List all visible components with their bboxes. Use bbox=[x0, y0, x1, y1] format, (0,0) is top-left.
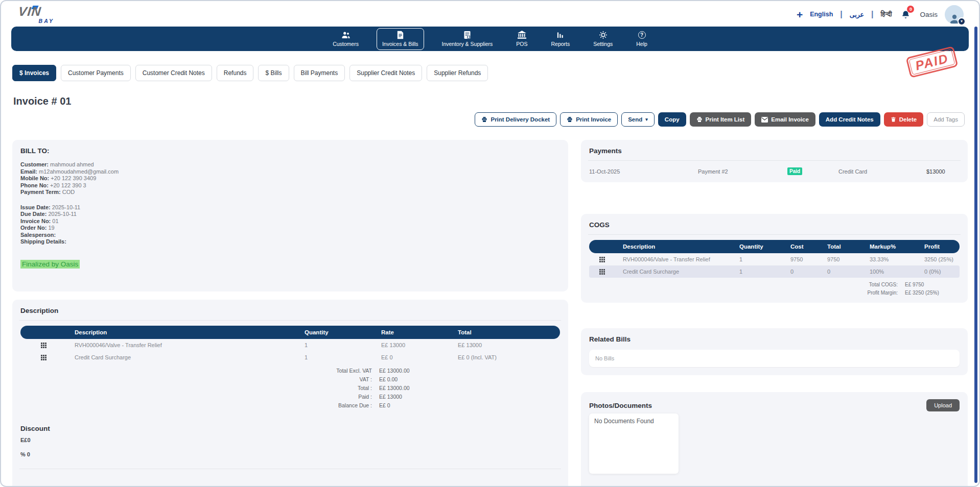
brand-name: VIN bbox=[18, 5, 55, 18]
left-column: BILL TO: Customer: mahmoud ahmed Email: … bbox=[12, 140, 568, 487]
drag-handle-icon[interactable] bbox=[41, 355, 42, 356]
cogs-title: COGS bbox=[589, 221, 960, 229]
cell-description: RVH000046/Valve - Transfer Relief bbox=[66, 339, 296, 351]
drag-handle-icon[interactable] bbox=[41, 343, 42, 344]
divider bbox=[588, 160, 961, 161]
nav-invoices-bills[interactable]: Invoices & Bills bbox=[377, 28, 424, 50]
email-invoice-button[interactable]: Email Invoice bbox=[755, 112, 815, 127]
cogs-table-header: Description Quantity Cost Total Markup% … bbox=[589, 240, 960, 253]
cell-cost: 0 bbox=[782, 265, 819, 278]
trash-icon bbox=[891, 116, 896, 123]
tab-bills[interactable]: $ Bills bbox=[258, 65, 289, 81]
brand-logo[interactable]: VIN BAY bbox=[18, 5, 54, 24]
description-table-header: Description Quantity Rate Total bbox=[20, 326, 560, 339]
nav-settings[interactable]: Settings bbox=[588, 28, 618, 50]
button-label: Send bbox=[628, 116, 642, 123]
discount-percent: % 0 bbox=[20, 451, 560, 457]
cell-description: Credit Card Surcharge bbox=[615, 265, 731, 278]
total-value: E£ 13000 bbox=[372, 394, 484, 400]
table-header-spacer bbox=[20, 326, 66, 339]
button-label: Print Item List bbox=[706, 116, 745, 123]
user-avatar[interactable]: ▾ bbox=[945, 5, 964, 24]
payment-method: Credit Card bbox=[838, 168, 926, 175]
language-english[interactable]: English bbox=[810, 11, 833, 18]
payments-card: Payments 11-Oct-2025 Payment #2 Paid Cre… bbox=[581, 140, 968, 182]
delete-button[interactable]: Delete bbox=[884, 112, 924, 127]
col-quantity: Quantity bbox=[296, 326, 373, 339]
button-label: Delete bbox=[899, 116, 917, 123]
nav-label: Customers bbox=[333, 41, 359, 47]
print-item-list-button[interactable]: Print Item List bbox=[690, 112, 752, 127]
total-label: VAT : bbox=[20, 376, 372, 382]
payment-name: Payment #2 bbox=[698, 168, 787, 175]
col-cost: Cost bbox=[782, 240, 819, 253]
printer-icon bbox=[481, 116, 487, 123]
notifications-bell[interactable]: 0 bbox=[901, 9, 911, 19]
upload-button[interactable]: Upload bbox=[926, 399, 960, 411]
description-title: Description bbox=[20, 307, 560, 314]
tab-supplier-refunds[interactable]: Supplier Refunds bbox=[427, 65, 488, 81]
copy-button[interactable]: Copy bbox=[658, 112, 686, 127]
nav-pos[interactable]: POS bbox=[510, 28, 533, 50]
total-value: E£ 0 bbox=[372, 402, 484, 408]
gear-icon bbox=[599, 31, 608, 39]
cell-markup: 33.33% bbox=[861, 253, 916, 265]
related-bills-card: Related Bills No Bills bbox=[581, 328, 968, 375]
discount-amount: E£0 bbox=[20, 437, 560, 443]
total-label: Balance Due : bbox=[20, 402, 372, 408]
tab-customer-credit-notes[interactable]: Customer Credit Notes bbox=[135, 65, 212, 81]
related-bills-empty: No Bills bbox=[589, 350, 960, 367]
nav-help[interactable]: ? Help bbox=[631, 28, 653, 50]
language-arabic[interactable]: عربى bbox=[850, 11, 864, 18]
photos-documents-card: Photos/Documents Upload No Documents Fou… bbox=[581, 392, 968, 487]
print-delivery-docket-button[interactable]: Print Delivery Docket bbox=[475, 112, 556, 127]
username: Oasis bbox=[920, 11, 938, 18]
documents-empty-box: No Documents Found bbox=[589, 413, 679, 474]
total-label: Profit Margin: bbox=[589, 290, 898, 296]
contact-line: Phone No: +20 122 390 3 bbox=[20, 182, 560, 189]
language-hindi[interactable]: हिन्दी bbox=[881, 11, 892, 18]
col-profit: Profit bbox=[916, 240, 960, 253]
inventory-icon bbox=[463, 31, 471, 39]
table-row: Credit Card Surcharge 1 0 0 100% 0 (0%) bbox=[589, 265, 960, 278]
add-credit-notes-button[interactable]: Add Credit Notes bbox=[819, 112, 880, 127]
cell-total: E£ 0 (Incl. VAT) bbox=[450, 351, 560, 363]
invoice-totals: Total Excl. VATE£ 13000.00 VAT :E£ 0.00 … bbox=[20, 368, 560, 408]
cell-rate: E£ 13000 bbox=[373, 339, 450, 351]
contact-line: Customer: mahmoud ahmed bbox=[20, 161, 560, 168]
cell-quantity: 1 bbox=[296, 339, 373, 351]
tab-invoices[interactable]: $ Invoices bbox=[12, 65, 56, 81]
tab-bill-payments[interactable]: Bill Payments bbox=[294, 65, 345, 81]
cell-quantity: 1 bbox=[296, 351, 373, 363]
divider bbox=[588, 234, 961, 235]
meta-line: Due Date: 2025-10-11 bbox=[20, 211, 560, 218]
separator: | bbox=[840, 10, 842, 19]
table-row: RVH000046/Valve - Transfer Relief 1 9750… bbox=[589, 253, 960, 265]
contact-line: Mobile No: +20 122 390 3409 bbox=[20, 175, 560, 182]
tab-supplier-credit-notes[interactable]: Supplier Credit Notes bbox=[349, 65, 422, 81]
table-row: Credit Card Surcharge 1 E£ 0 E£ 0 (Incl.… bbox=[20, 351, 560, 363]
drag-handle-icon[interactable] bbox=[599, 269, 601, 271]
drag-handle-icon[interactable] bbox=[599, 257, 601, 258]
payments-title: Payments bbox=[589, 147, 960, 155]
nav-reports[interactable]: Reports bbox=[546, 28, 576, 50]
add-tags-button[interactable]: Add Tags bbox=[927, 112, 965, 127]
main-content: BILL TO: Customer: mahmoud ahmed Email: … bbox=[12, 140, 968, 487]
help-icon: ? bbox=[638, 31, 646, 39]
tab-customer-payments[interactable]: Customer Payments bbox=[61, 65, 131, 81]
cell-quantity: 1 bbox=[731, 265, 782, 278]
plus-icon[interactable]: + bbox=[797, 9, 803, 20]
divider bbox=[19, 469, 561, 469]
col-markup: Markup% bbox=[861, 240, 916, 253]
tab-refunds[interactable]: Refunds bbox=[217, 65, 254, 81]
payment-row[interactable]: 11-Oct-2025 Payment #2 Paid Credit Card … bbox=[589, 167, 960, 175]
scrollbar[interactable] bbox=[974, 27, 977, 483]
separator: | bbox=[871, 10, 873, 19]
meta-line: Order No: 19 bbox=[20, 225, 560, 232]
nav-customers[interactable]: Customers bbox=[327, 28, 364, 50]
print-invoice-button[interactable]: Print Invoice bbox=[560, 112, 618, 127]
right-column: Payments 11-Oct-2025 Payment #2 Paid Cre… bbox=[581, 140, 968, 487]
send-dropdown-button[interactable]: Send ▾ bbox=[621, 112, 655, 127]
nav-inventory-suppliers[interactable]: Inventory & Suppliers bbox=[436, 28, 499, 50]
total-value: E£ 3250 (25%) bbox=[898, 290, 960, 296]
